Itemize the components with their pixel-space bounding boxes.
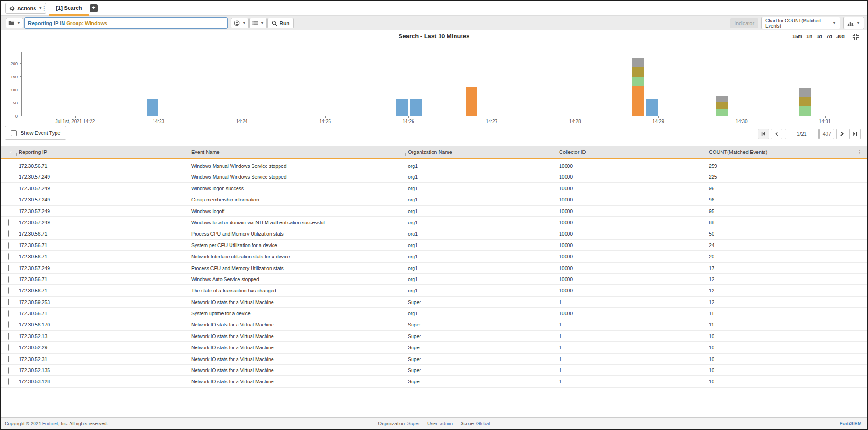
row-checkbox[interactable] [8,253,9,260]
row-checkbox[interactable] [8,299,9,305]
table-row[interactable]: 172.30.57.249Windows logon successorg110… [1,183,868,194]
x-axis-tick [658,116,659,118]
cell-organization: Super [408,379,421,384]
user-value[interactable]: admin [440,421,453,426]
table-row[interactable]: 172.30.52.31Network IO stats for a Virtu… [1,354,868,365]
table-row[interactable]: 172.30.56.71Process CPU and Memory Utili… [1,228,868,239]
table-row[interactable]: 172.30.52.29Network IO stats for a Virtu… [1,342,868,353]
column-header-count[interactable]: COUNT(Matched Events) [709,149,767,155]
scope-value[interactable]: Global [476,421,490,426]
row-checkbox[interactable] [8,333,9,340]
histogram-bar-14:29:40[interactable] [716,45,728,116]
row-checkbox[interactable] [8,230,9,237]
row-checkbox[interactable] [8,265,9,271]
run-button[interactable]: Run [267,18,294,28]
x-axis-tick [742,116,742,118]
show-event-type-label: Show Event Type [21,130,60,136]
column-header-event-name[interactable]: Event Name [191,149,220,155]
tab-search[interactable]: [1] Search [49,1,89,16]
chevron-down-icon: ▼ [17,21,21,25]
row-checkbox[interactable] [8,378,9,385]
table-row[interactable]: 172.30.57.249Windows local or domain-via… [1,217,868,228]
bar-segment-orange [466,87,477,116]
table-row[interactable]: 172.30.57.249Windows Manual Windows Serv… [1,171,868,182]
time-range-30d[interactable]: 30d [836,34,845,39]
cell-count: 24 [709,243,714,248]
bar-segment-green [632,77,644,86]
table-row[interactable]: 172.30.57.249Windows logofforg11000095 [1,206,868,217]
chart-type-select[interactable]: Chart for COUNT(Matched Events) ▼ [761,17,840,29]
histogram-bar-14:28:50[interactable] [646,45,658,116]
indicator-button[interactable]: Indicator [730,18,758,28]
column-header-organization[interactable]: Organization Name [408,149,452,155]
row-checkbox[interactable] [8,344,9,351]
time-range-15m[interactable]: 15m [792,34,802,39]
cell-collector-id: 10000 [559,174,573,180]
chevron-down-icon: ▼ [856,21,860,25]
display-fields-button[interactable]: ▼ [249,18,267,28]
histogram-bar-14:30:40[interactable] [799,45,811,116]
table-row[interactable]: 172.30.56.170Network IO stats for a Virt… [1,319,868,330]
table-row[interactable]: 172.30.56.71System uptime for a deviceor… [1,308,868,319]
row-checkbox[interactable] [8,287,9,294]
row-checkbox[interactable] [8,276,9,283]
user-searches-button[interactable]: ▼ [231,18,249,28]
table-row[interactable]: 172.30.53.128Network IO stats for a Virt… [1,376,868,387]
table-row[interactable]: 172.30.52.135Network IO stats for a Virt… [1,365,868,376]
table-row[interactable]: 172.30.56.71The state of a transaction h… [1,285,868,296]
table-row[interactable]: 172.30.57.249Group membership informatio… [1,194,868,205]
first-page-button[interactable] [758,129,769,139]
time-range-1d[interactable]: 1d [816,34,822,39]
cell-reporting-ip: 172.30.56.71 [19,277,47,282]
column-separator [705,150,705,156]
actions-button[interactable]: Actions ▼ [5,3,46,14]
row-checkbox[interactable] [8,356,9,362]
cell-count: 12 [709,277,714,282]
table-row[interactable]: 172.30.56.71Windows Auto Service stopped… [1,274,868,285]
cell-count: 10 [709,333,714,339]
previous-page-button[interactable] [771,129,782,139]
show-event-type-toggle[interactable]: Show Event Type [5,126,66,140]
event-histogram-chart[interactable]: 050100150200Jul 1st, 2021 14:2214:2314:2… [1,45,868,127]
table-row[interactable]: 172.30.56.71System per CPU Utilization f… [1,240,868,251]
chart-style-button[interactable]: ▼ [843,17,864,29]
cell-reporting-ip: 172.30.57.249 [19,186,50,191]
table-row[interactable]: 172.30.56.71Network Interface utilizatio… [1,251,868,262]
row-checkbox[interactable] [8,219,9,226]
histogram-bar-14:22:50[interactable] [147,45,158,116]
time-range-1h[interactable]: 1h [806,34,812,39]
row-checkbox[interactable] [8,242,9,249]
saved-search-folder-button[interactable]: ▼ [6,18,23,28]
table-row[interactable]: 172.30.52.13Network IO stats for a Virtu… [1,331,868,342]
cell-count: 10 [709,379,714,384]
cell-count: 12 [709,288,714,293]
y-axis-tick-label: 0 [1,113,18,118]
column-separator [189,150,189,156]
add-tab-button[interactable]: + [90,4,98,12]
histogram-bar-14:26:00[interactable] [410,45,422,116]
search-query-input[interactable]: Reporting IP IN Group: Windows [24,17,228,29]
last-page-button[interactable] [849,129,861,139]
collapse-chart-icon[interactable] [852,33,859,40]
page-number-input[interactable]: 1/21 [785,129,819,139]
row-checkbox[interactable] [8,310,9,317]
tab-options-kebab-icon[interactable]: ⋮ [41,4,48,13]
row-checkbox[interactable] [8,367,9,374]
organization-value[interactable]: Super [407,421,420,426]
row-checkbox[interactable] [8,321,9,328]
query-value: Group: Windows [66,21,107,26]
time-range-7d[interactable]: 7d [826,34,832,39]
histogram-bar-14:28:40[interactable] [632,45,644,116]
table-row[interactable]: 172.30.57.249Process CPU and Memory Util… [1,263,868,274]
next-page-button[interactable] [836,129,847,139]
column-header-collector-id[interactable]: Collector ID [559,149,586,155]
table-row[interactable]: 172.30.59.253Network IO stats for a Virt… [1,297,868,308]
column-header-reporting-ip[interactable]: Reporting IP [19,149,47,155]
cell-count: 259 [709,163,717,169]
histogram-bar-14:26:40[interactable] [466,45,477,116]
table-row[interactable]: 172.30.56.71Windows Manual Windows Servi… [1,160,868,171]
histogram-bar-14:25:50[interactable] [396,45,408,116]
column-options-kebab-icon[interactable]: ⋮ [857,149,862,155]
cell-collector-id: 10000 [559,288,573,293]
show-event-type-checkbox[interactable] [11,130,17,136]
